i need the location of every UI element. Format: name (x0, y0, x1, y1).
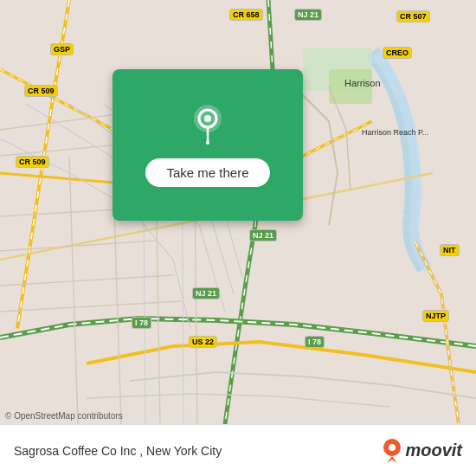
badge-nj21-low: NJ 21 (192, 287, 220, 299)
city-label: New York City (146, 444, 222, 458)
badge-creo: CREO (383, 47, 412, 59)
bottom-bar: Sagrosa Coffee Co Inc , New York City mo… (0, 424, 476, 476)
take-me-there-button[interactable]: Take me there (145, 158, 269, 187)
svg-point-20 (389, 444, 396, 451)
badge-cr509-top: CR 509 (24, 85, 58, 97)
badge-cr658: CR 658 (229, 9, 263, 21)
svg-point-17 (204, 115, 211, 122)
harrison-reach-label: Harrison Reach P... (362, 128, 428, 137)
badge-nj21-mid: NJ 21 (249, 229, 277, 241)
location-card: Take me there (113, 69, 303, 221)
badge-us22: US 22 (189, 336, 217, 348)
location-info: Sagrosa Coffee Co Inc , New York City (14, 444, 222, 458)
map-attribution: © OpenStreetMap contributors (5, 411, 123, 421)
moovit-pin-icon (383, 439, 402, 463)
badge-cr507: CR 507 (396, 10, 430, 23)
city-name: , (139, 444, 146, 458)
badge-gsp: GSP (50, 43, 74, 55)
map-container: CR 658 NJ 21 CR 507 GSP CR 509 CR 509 CR… (0, 0, 476, 424)
svg-point-18 (206, 141, 209, 145)
badge-i78-left: I 78 (132, 317, 151, 329)
badge-nj21-top: NJ 21 (294, 9, 322, 21)
location-name: Sagrosa Coffee Co Inc (14, 444, 136, 458)
moovit-text: moovit (405, 441, 462, 460)
badge-njtp: NJTP (422, 310, 449, 322)
badge-i78-right: I 78 (305, 336, 325, 348)
moovit-logo: moovit (383, 439, 462, 463)
location-pin-icon (190, 103, 225, 145)
harrison-label: Harrison (344, 78, 381, 88)
badge-nit: NIT (440, 244, 460, 256)
badge-cr509-bot: CR 509 (16, 156, 49, 168)
